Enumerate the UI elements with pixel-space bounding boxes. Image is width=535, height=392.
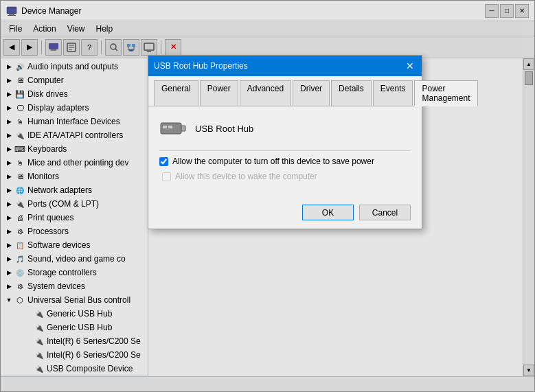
checkbox-row-2: Allow this device to wake the computer bbox=[159, 172, 411, 181]
allow-turn-off-label: Allow the computer to turn off this devi… bbox=[172, 157, 374, 166]
ok-button[interactable]: OK bbox=[302, 205, 354, 220]
dialog: USB Root Hub Properties ✕ General Power … bbox=[148, 55, 422, 229]
device-header: USB Root Hub bbox=[159, 117, 411, 139]
content-separator bbox=[159, 150, 411, 151]
allow-wake-label: Allow this device to wake the computer bbox=[175, 172, 317, 181]
allow-wake-checkbox[interactable] bbox=[162, 172, 171, 181]
dialog-close-button[interactable]: ✕ bbox=[404, 60, 416, 72]
usb-device-icon bbox=[159, 117, 187, 139]
tab-power[interactable]: Power bbox=[200, 80, 238, 106]
device-name: USB Root Hub bbox=[195, 124, 253, 134]
modal-overlay: USB Root Hub Properties ✕ General Power … bbox=[0, 0, 535, 392]
svg-rect-23 bbox=[168, 126, 172, 128]
tabs-bar: General Power Advanced Driver Details Ev… bbox=[148, 76, 422, 106]
tab-advanced[interactable]: Advanced bbox=[240, 80, 291, 106]
dialog-title-bar: USB Root Hub Properties ✕ bbox=[148, 56, 422, 76]
svg-rect-22 bbox=[163, 126, 167, 128]
tab-details[interactable]: Details bbox=[331, 80, 372, 106]
tab-driver[interactable]: Driver bbox=[293, 80, 330, 106]
dialog-buttons: OK Cancel bbox=[148, 198, 422, 229]
cancel-button[interactable]: Cancel bbox=[359, 205, 411, 220]
allow-turn-off-checkbox[interactable] bbox=[159, 157, 168, 166]
tab-events[interactable]: Events bbox=[373, 80, 413, 106]
svg-rect-21 bbox=[181, 126, 185, 131]
checkbox-row-1: Allow the computer to turn off this devi… bbox=[159, 157, 411, 166]
dialog-content: USB Root Hub Allow the computer to turn … bbox=[148, 106, 422, 198]
tab-general[interactable]: General bbox=[154, 80, 198, 106]
dialog-title: USB Root Hub Properties bbox=[154, 61, 248, 71]
tab-power-management[interactable]: Power Management bbox=[414, 80, 477, 106]
